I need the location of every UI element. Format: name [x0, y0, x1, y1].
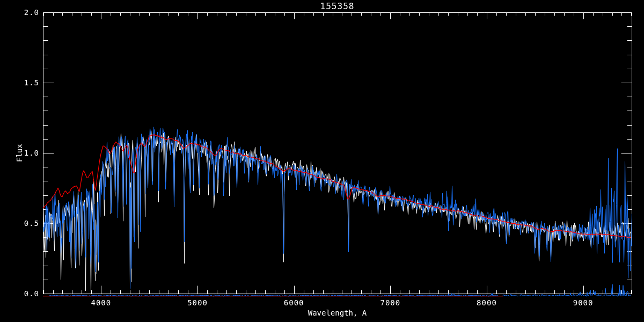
spectrum-canvas	[0, 0, 644, 322]
y-tick-label: 0.5	[14, 219, 39, 228]
x-tick-label: 4000	[91, 298, 111, 307]
x-tick-label: 9000	[573, 298, 594, 307]
x-axis-label: Wavelength, A	[43, 309, 632, 317]
x-tick-label: 7000	[380, 298, 400, 307]
y-tick-label: 1.0	[14, 149, 39, 157]
spectrum-figure: 155358 Wavelength, A Flux 40005000600070…	[0, 0, 644, 322]
chart-title: 155358	[43, 1, 632, 11]
x-tick-label: 6000	[284, 298, 304, 307]
y-tick-label: 0.0	[14, 289, 39, 298]
x-tick-label: 5000	[187, 298, 208, 307]
x-tick-label: 8000	[477, 298, 497, 307]
y-tick-label: 1.5	[14, 78, 39, 87]
y-tick-label: 2.0	[14, 8, 39, 17]
